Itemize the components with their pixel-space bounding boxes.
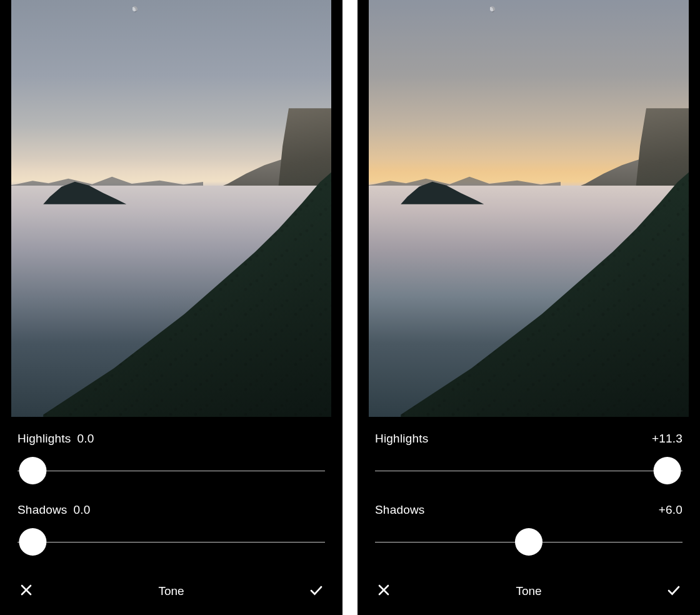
section-title: Tone bbox=[516, 584, 541, 598]
shadows-readout: Shadows 0.0 bbox=[18, 503, 325, 517]
highlights-slider[interactable] bbox=[375, 457, 682, 484]
bottom-bar: Tone bbox=[358, 574, 700, 615]
highlights-control: Highlights +11.3 bbox=[375, 432, 682, 484]
scene-moon bbox=[489, 6, 495, 12]
highlights-control: Highlights 0.0 bbox=[18, 432, 325, 484]
shadows-readout: Shadows +6.0 bbox=[375, 503, 682, 517]
tone-controls: Highlights +11.3 Shadows +6.0 bbox=[358, 417, 700, 574]
highlights-value: +11.3 bbox=[652, 432, 682, 446]
confirm-button[interactable] bbox=[305, 580, 328, 602]
slider-line bbox=[18, 542, 325, 543]
highlights-label: Highlights bbox=[375, 432, 428, 446]
shadows-slider[interactable] bbox=[18, 528, 325, 556]
shadows-slider[interactable] bbox=[375, 528, 682, 556]
highlights-slider-thumb[interactable] bbox=[654, 457, 681, 484]
shadows-slider-thumb[interactable] bbox=[19, 528, 46, 556]
shadows-control: Shadows +6.0 bbox=[375, 503, 682, 556]
shadows-label: Shadows bbox=[18, 503, 68, 517]
scene-moon bbox=[131, 6, 138, 12]
slider-line bbox=[375, 471, 682, 472]
shadows-value: +6.0 bbox=[659, 503, 682, 517]
cancel-button[interactable] bbox=[372, 580, 395, 602]
shadows-label: Shadows bbox=[375, 503, 425, 517]
close-icon bbox=[19, 582, 34, 601]
close-icon bbox=[376, 582, 391, 601]
shadows-control: Shadows 0.0 bbox=[18, 503, 325, 556]
bottom-bar: Tone bbox=[0, 574, 342, 615]
tone-controls: Highlights 0.0 Shadows 0.0 bbox=[0, 417, 342, 574]
cancel-button[interactable] bbox=[15, 580, 38, 602]
editor-screen-before: Highlights 0.0 Shadows 0.0 Tone bbox=[0, 0, 342, 615]
check-icon bbox=[309, 582, 324, 601]
confirm-button[interactable] bbox=[662, 580, 685, 602]
check-icon bbox=[666, 582, 681, 601]
highlights-readout: Highlights 0.0 bbox=[18, 432, 325, 446]
shadows-value: 0.0 bbox=[74, 503, 91, 517]
photo-preview bbox=[369, 0, 689, 417]
highlights-slider-thumb[interactable] bbox=[19, 457, 46, 484]
shadows-slider-thumb[interactable] bbox=[515, 528, 542, 556]
section-title: Tone bbox=[158, 584, 184, 598]
highlights-label: Highlights bbox=[18, 432, 71, 446]
photo-preview bbox=[11, 0, 331, 417]
highlights-readout: Highlights +11.3 bbox=[375, 432, 682, 446]
editor-screen-after: Highlights +11.3 Shadows +6.0 T bbox=[358, 0, 700, 615]
slider-line bbox=[18, 471, 325, 472]
highlights-value: 0.0 bbox=[77, 432, 94, 446]
highlights-slider[interactable] bbox=[18, 457, 325, 484]
